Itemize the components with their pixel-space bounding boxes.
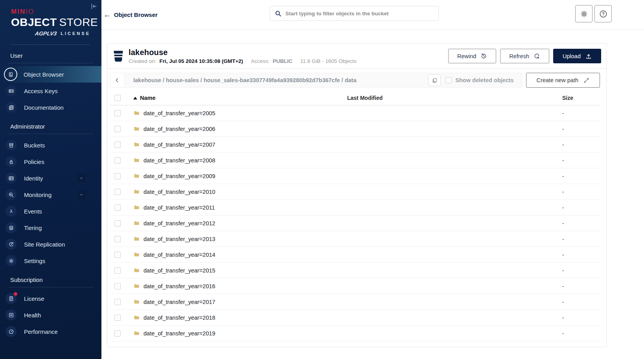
- size-cell: -: [561, 126, 600, 132]
- table-row[interactable]: date_of_transfer_year=2019-: [110, 326, 600, 341]
- table-row[interactable]: date_of_transfer_year=2014-: [110, 247, 600, 263]
- row-checkbox[interactable]: [114, 110, 121, 116]
- sidebar-item-identity[interactable]: Identity: [0, 170, 101, 186]
- sidebar-item-settings[interactable]: Settings: [0, 252, 101, 269]
- create-new-path-button[interactable]: Create new path: [526, 73, 600, 88]
- expand-button[interactable]: [77, 190, 86, 199]
- object-name: date_of_transfer_year=2019: [144, 330, 215, 337]
- table-row[interactable]: date_of_transfer_year=2016-: [110, 278, 600, 294]
- icon-circle: [6, 239, 17, 250]
- row-checkbox[interactable]: [114, 315, 121, 321]
- upload-button[interactable]: Upload: [553, 49, 601, 63]
- row-checkbox[interactable]: [114, 267, 121, 274]
- sidebar-item-object-browser[interactable]: Object Browser: [0, 66, 101, 83]
- sidebar-item-access-keys[interactable]: Access Keys: [0, 83, 101, 99]
- sidebar-item-label: Identity: [24, 175, 43, 182]
- create-path-label: Create new path: [537, 77, 578, 83]
- section-divider: [8, 63, 94, 63]
- sidebar-item-monitoring[interactable]: Monitoring: [0, 186, 101, 203]
- table-row[interactable]: date_of_transfer_year=2011-: [110, 200, 600, 215]
- select-all-checkbox[interactable]: [114, 95, 121, 101]
- object-name: date_of_transfer_year=2012: [144, 220, 215, 226]
- sidebar-item-health[interactable]: Health: [0, 307, 101, 323]
- table-row[interactable]: date_of_transfer_year=2015-: [110, 263, 600, 278]
- objects-table: Name Last Modified Size date_of_transfer…: [110, 91, 600, 341]
- back-arrow-icon[interactable]: ←: [103, 11, 111, 18]
- breadcrumb: lakehouse / house-sales / house_sales-ba…: [133, 77, 428, 83]
- object-name: date_of_transfer_year=2007: [144, 142, 215, 148]
- table-row[interactable]: date_of_transfer_year=2010-: [110, 184, 600, 200]
- size-cell: -: [561, 252, 600, 258]
- sidebar-item-buckets[interactable]: Buckets: [0, 137, 101, 153]
- refresh-button[interactable]: Refresh: [500, 49, 549, 63]
- row-checkbox[interactable]: [114, 220, 121, 226]
- row-checkbox-cell: [110, 204, 125, 211]
- row-checkbox[interactable]: [114, 299, 121, 305]
- sidebar-collapse-button[interactable]: [90, 3, 98, 10]
- expand-button[interactable]: [77, 174, 86, 182]
- sidebar-item-tiering[interactable]: Tiering: [0, 219, 101, 236]
- sidebar-item-performance[interactable]: Performance: [0, 323, 101, 340]
- icon-circle: [6, 140, 17, 151]
- copy-icon: [432, 77, 438, 83]
- icon-circle: λ: [6, 206, 17, 217]
- sidebar-item-label: Performance: [24, 328, 58, 335]
- size-cell: -: [561, 283, 600, 289]
- row-checkbox[interactable]: [114, 189, 121, 195]
- folder-icon: [133, 110, 140, 116]
- breadcrumb-back-button[interactable]: [110, 73, 125, 88]
- help-button[interactable]: ?: [594, 5, 612, 22]
- sidebar-item-license[interactable]: License: [0, 290, 101, 307]
- row-checkbox[interactable]: [114, 236, 121, 242]
- icon-circle: [4, 68, 17, 81]
- settings-icon: [8, 258, 14, 264]
- identity-icon: [8, 175, 14, 181]
- object-name: date_of_transfer_year=2011: [144, 204, 215, 211]
- search-input[interactable]: [285, 11, 434, 17]
- size-cell: -: [561, 330, 600, 337]
- sidebar-item-site-replication[interactable]: Site Replication: [0, 236, 101, 252]
- size-cell: -: [561, 110, 600, 116]
- size-cell: -: [561, 315, 600, 321]
- object-name-cell: date_of_transfer_year=2010: [125, 189, 347, 195]
- table-row[interactable]: date_of_transfer_year=2006-: [110, 121, 600, 137]
- row-checkbox[interactable]: [114, 252, 121, 258]
- show-deleted-checkbox[interactable]: [445, 77, 452, 83]
- show-deleted-label[interactable]: Show deleted objects: [455, 77, 513, 83]
- created-label: Created on:: [129, 58, 156, 64]
- table-row[interactable]: date_of_transfer_year=2017-: [110, 294, 600, 310]
- sidebar-item-documentation[interactable]: Documentation: [0, 99, 101, 116]
- table-row[interactable]: date_of_transfer_year=2013-: [110, 231, 600, 247]
- rewind-icon: [480, 53, 487, 59]
- events-icon: λ: [8, 208, 14, 214]
- object-name-cell: date_of_transfer_year=2019: [125, 330, 347, 337]
- sidebar-item-label: Buckets: [24, 142, 45, 149]
- folder-icon: [133, 173, 140, 179]
- column-header-name[interactable]: Name: [140, 95, 156, 101]
- row-checkbox[interactable]: [114, 330, 121, 337]
- rewind-button[interactable]: Rewind: [448, 49, 496, 63]
- sidebar-item-events[interactable]: λEvents: [0, 203, 101, 219]
- chevron-left-icon: [114, 77, 120, 83]
- table-row[interactable]: date_of_transfer_year=2012-: [110, 215, 600, 231]
- row-checkbox[interactable]: [114, 204, 121, 211]
- table-row[interactable]: date_of_transfer_year=2009-: [110, 168, 600, 184]
- sort-ascending-icon[interactable]: [133, 97, 137, 99]
- table-row[interactable]: date_of_transfer_year=2007-: [110, 137, 600, 153]
- table-row[interactable]: date_of_transfer_year=2008-: [110, 153, 600, 168]
- object-filter-searchbox[interactable]: [270, 6, 439, 21]
- settings-button[interactable]: [575, 5, 592, 22]
- column-header-size[interactable]: Size: [561, 95, 600, 101]
- row-checkbox[interactable]: [114, 157, 121, 164]
- row-checkbox[interactable]: [114, 142, 121, 148]
- row-checkbox[interactable]: [114, 283, 121, 289]
- table-row[interactable]: date_of_transfer_year=2005-: [110, 105, 600, 121]
- row-checkbox-cell: [110, 157, 125, 164]
- table-row[interactable]: date_of_transfer_year=2018-: [110, 310, 600, 326]
- copy-path-button[interactable]: [428, 74, 441, 86]
- sidebar-item-policies[interactable]: Policies: [0, 153, 101, 170]
- column-header-last-modified[interactable]: Last Modified: [347, 95, 561, 101]
- row-checkbox[interactable]: [114, 126, 121, 132]
- row-checkbox[interactable]: [114, 173, 121, 179]
- section-label: Subscription: [0, 269, 101, 287]
